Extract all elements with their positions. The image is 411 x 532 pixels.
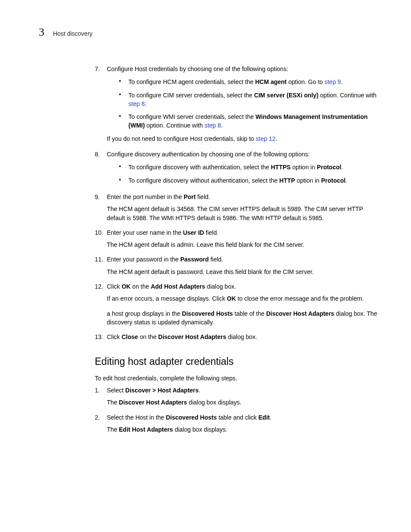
step-detail: The HCM agent default is admin. Leave th…	[107, 240, 381, 249]
edit-step-2: 2. Select the Host in the Discovered Hos…	[95, 413, 381, 422]
step-10: 10. Enter your user name in the User ID …	[95, 228, 381, 237]
bullet-icon: •	[119, 163, 128, 171]
bullet-item: • To configure discovery without authent…	[119, 176, 381, 185]
edit-step-1: 1. Select Discover > Host Adapters.	[95, 386, 381, 395]
step-13: 13. Click Close on the Discover Host Ada…	[95, 333, 381, 341]
bullet-item: • To configure WMI server credentials, s…	[119, 112, 381, 130]
bullet-icon: •	[119, 78, 128, 86]
step-number: 1.	[95, 386, 107, 395]
bullet-item: • To configure CIM server credentials, s…	[119, 91, 381, 109]
bullet-item: • To configure discovery with authentica…	[119, 163, 381, 171]
bullet-body: To configure discovery with authenticati…	[128, 163, 381, 171]
step-number: 7.	[95, 65, 107, 146]
step-body: Enter your password in the Password fiel…	[107, 255, 381, 264]
bullet-list: • To configure discovery with authentica…	[107, 163, 381, 185]
link-step-12[interactable]: step 12	[256, 135, 276, 142]
step-7: 7. Configure Host credentials by choosin…	[95, 65, 381, 146]
section-intro: To edit host credentials, complete the f…	[95, 374, 381, 383]
bullet-icon: •	[119, 112, 128, 130]
step-8: 8. Configure discovery authentication by…	[95, 150, 381, 189]
step-detail: a host group displays in the Discovered …	[107, 309, 381, 327]
bullet-icon: •	[119, 176, 128, 185]
step-text: Configure discovery authentication by ch…	[107, 151, 310, 158]
bullet-body: To configure discovery without authentic…	[128, 176, 381, 185]
page-header: 3 Host discovery	[39, 26, 381, 39]
link-step-8[interactable]: step 8	[205, 122, 221, 129]
step-number: 11.	[95, 255, 107, 264]
content-body: 7. Configure Host credentials by choosin…	[95, 65, 381, 434]
chapter-number: 3	[39, 26, 44, 39]
step-body: Click OK on the Add Host Adapters dialog…	[107, 282, 381, 291]
bullet-list: • To configure HCM agent credentials, se…	[107, 78, 381, 130]
step-11: 11. Enter your password in the Password …	[95, 255, 381, 264]
step-text: Configure Host credentials by choosing o…	[107, 65, 288, 72]
step-number: 13.	[95, 333, 107, 341]
step-number: 10.	[95, 228, 107, 237]
step-body: Select Discover > Host Adapters.	[107, 386, 381, 395]
bullet-item: • To configure HCM agent credentials, se…	[119, 78, 381, 86]
step-detail: The Edit Host Adapters dialog box displa…	[107, 425, 381, 434]
step-12: 12. Click OK on the Add Host Adapters di…	[95, 282, 381, 291]
step-detail: The HCM agent default is password. Leave…	[107, 268, 381, 276]
step-9: 9. Enter the port number in the Port fie…	[95, 193, 381, 201]
step-body: Configure discovery authentication by ch…	[107, 150, 381, 189]
step-number: 12.	[95, 282, 107, 291]
step-body: Select the Host in the Discovered Hosts …	[107, 413, 381, 422]
step-number: 9.	[95, 193, 107, 201]
step-body: Click Close on the Discover Host Adapter…	[107, 333, 381, 341]
step-number: 2.	[95, 413, 107, 422]
bullet-body: To configure WMI server credentials, sel…	[128, 112, 381, 130]
step-detail: If an error occurs, a message displays. …	[107, 294, 381, 303]
step-body: Enter your user name in the User ID fiel…	[107, 228, 381, 237]
section-heading: Editing host adapter credentials	[95, 355, 381, 369]
step-body: Configure Host credentials by choosing o…	[107, 65, 381, 146]
bullet-body: To configure HCM agent credentials, sele…	[128, 78, 381, 86]
link-step-8[interactable]: step 8	[128, 100, 145, 107]
step-detail: The HCM agent default is 34568. The CIM …	[107, 205, 381, 222]
chapter-title: Host discovery	[53, 30, 93, 37]
step-number: 8.	[95, 150, 107, 189]
bullet-body: To configure CIM server credentials, sel…	[128, 91, 381, 109]
step-body: Enter the port number in the Port field.	[107, 193, 381, 201]
page: 3 Host discovery 7. Configure Host crede…	[0, 0, 411, 466]
note-text: If you do not need to configure Host cre…	[107, 134, 381, 143]
link-step-9[interactable]: step 9	[324, 78, 341, 85]
bullet-icon: •	[119, 91, 128, 109]
step-detail: The Discover Host Adapters dialog box di…	[107, 398, 381, 407]
